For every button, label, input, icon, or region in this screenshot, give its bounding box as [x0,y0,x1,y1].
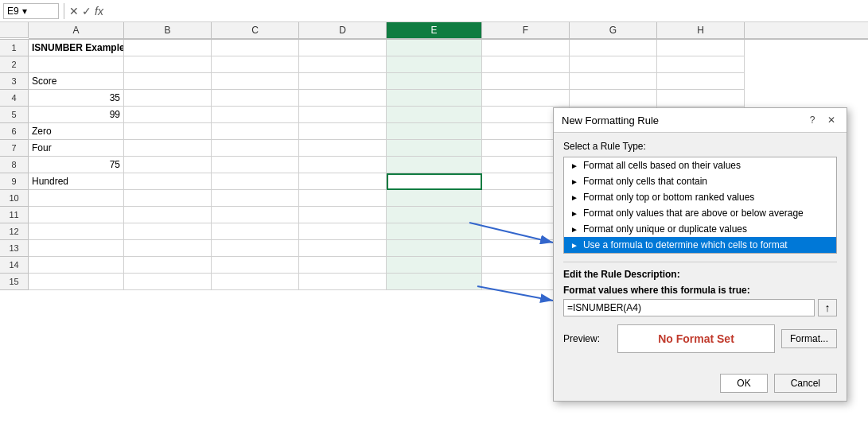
cell-e14[interactable] [387,257,482,274]
cell-a4[interactable]: 35 [29,90,124,107]
row-header-11[interactable]: 11 [0,207,29,223]
cell-d2[interactable] [299,56,387,73]
cell-f2[interactable] [482,56,570,73]
cell-d13[interactable] [299,240,387,257]
cell-a12[interactable] [29,223,124,240]
row-header-9[interactable]: 9 [0,173,29,190]
cell-h3[interactable] [657,73,745,90]
cell-b4[interactable] [124,90,212,107]
cell-a9[interactable]: Hundred [29,173,124,190]
cell-a2[interactable] [29,56,124,73]
cell-h2[interactable] [657,56,745,73]
row-header-8[interactable]: 8 [0,157,29,173]
cell-c13[interactable] [212,240,299,257]
cell-a6[interactable]: Zero [29,123,124,140]
row-header-7[interactable]: 7 [0,140,29,157]
cell-b2[interactable] [124,56,212,73]
cell-d8[interactable] [299,157,387,173]
cell-e12[interactable] [387,223,482,240]
formula-input[interactable] [107,6,865,17]
cell-c7[interactable] [212,140,299,157]
cell-e8[interactable] [387,157,482,173]
cell-g3[interactable] [570,73,657,90]
cell-g4[interactable] [570,90,657,107]
cell-e11[interactable] [387,207,482,223]
cell-e7[interactable] [387,140,482,157]
cell-c4[interactable] [212,90,299,107]
cell-a5[interactable]: 99 [29,107,124,123]
cell-e9[interactable] [387,173,482,190]
cell-e1[interactable] [387,40,482,56]
row-header-2[interactable]: 2 [0,56,29,73]
row-header-10[interactable]: 10 [0,190,29,207]
cell-e6[interactable] [387,123,482,140]
cell-b1[interactable] [124,40,212,56]
cell-c8[interactable] [212,157,299,173]
cell-d5[interactable] [299,107,387,123]
row-header-13[interactable]: 13 [0,240,29,257]
row-header-4[interactable]: 4 [0,90,29,107]
cell-a15[interactable] [29,274,124,290]
dialog-close-button[interactable]: ✕ [824,113,839,127]
cell-d9[interactable] [299,173,387,190]
cell-e13[interactable] [387,240,482,257]
rule-type-item-1[interactable]: ► Format all cells based on their values [564,157,836,173]
cell-d6[interactable] [299,123,387,140]
row-header-15[interactable]: 15 [0,274,29,290]
row-header-14[interactable]: 14 [0,257,29,274]
cell-g1[interactable] [570,40,657,56]
cell-a7[interactable]: Four [29,140,124,157]
cell-d12[interactable] [299,223,387,240]
cell-d14[interactable] [299,257,387,274]
cell-b8[interactable] [124,157,212,173]
col-header-e[interactable]: E [387,22,482,38]
cell-b3[interactable] [124,73,212,90]
row-header-6[interactable]: 6 [0,123,29,140]
col-header-d[interactable]: D [299,22,387,38]
cell-b12[interactable] [124,223,212,240]
cell-c1[interactable] [212,40,299,56]
cell-b10[interactable] [124,190,212,207]
cell-e5[interactable] [387,107,482,123]
col-header-g[interactable]: G [570,22,657,38]
rule-type-item-6[interactable]: ► Use a formula to determine which cells… [564,237,836,253]
cell-c12[interactable] [212,223,299,240]
cell-f3[interactable] [482,73,570,90]
col-header-f[interactable]: F [482,22,570,38]
cell-c10[interactable] [212,190,299,207]
cell-c15[interactable] [212,274,299,290]
cell-e10[interactable] [387,190,482,207]
formula-textbox[interactable] [563,299,815,316]
cell-a1[interactable]: ISNUMBER Example [29,40,124,56]
cell-e15[interactable] [387,274,482,290]
rule-type-item-5[interactable]: ► Format only unique or duplicate values [564,221,836,237]
cell-h4[interactable] [657,90,745,107]
cell-a3[interactable]: Score [29,73,124,90]
format-button[interactable]: Format... [781,329,837,348]
cell-b7[interactable] [124,140,212,157]
new-formatting-rule-dialog[interactable]: New Formatting Rule ? ✕ Select a Rule Ty… [553,107,847,402]
cell-d3[interactable] [299,73,387,90]
rule-type-item-4[interactable]: ► Format only values that are above or b… [564,205,836,221]
row-header-1[interactable]: 1 [0,40,29,56]
col-header-a[interactable]: A [29,22,124,38]
cell-b14[interactable] [124,257,212,274]
cell-a8[interactable]: 75 [29,157,124,173]
cell-f1[interactable] [482,40,570,56]
cell-e2[interactable] [387,56,482,73]
formula-expand-button[interactable]: ↑ [818,299,837,316]
cancel-button[interactable]: Cancel [774,374,837,393]
cell-b13[interactable] [124,240,212,257]
cell-e4[interactable] [387,90,482,107]
cell-a14[interactable] [29,257,124,274]
cell-h1[interactable] [657,40,745,56]
confirm-icon[interactable]: ✓ [82,5,91,17]
row-header-5[interactable]: 5 [0,107,29,123]
cell-b6[interactable] [124,123,212,140]
cell-d15[interactable] [299,274,387,290]
cell-a13[interactable] [29,240,124,257]
cell-c14[interactable] [212,257,299,274]
col-header-b[interactable]: B [124,22,212,38]
cancel-icon[interactable]: ✕ [69,5,79,17]
cell-b5[interactable] [124,107,212,123]
